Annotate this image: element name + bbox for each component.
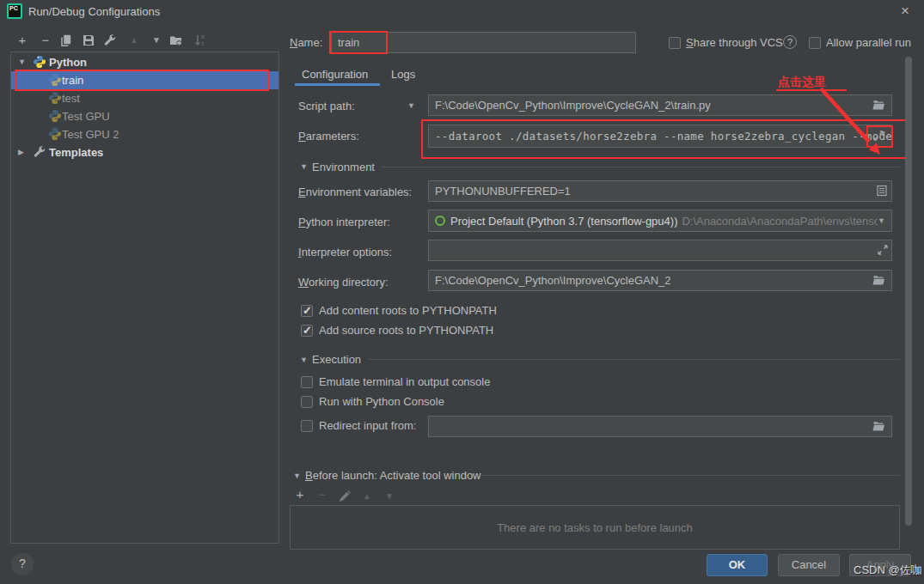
browse-folder-icon[interactable] bbox=[872, 273, 885, 287]
share-vcs-label: Share through VCS bbox=[686, 36, 783, 49]
help-button[interactable]: ? bbox=[11, 553, 34, 575]
task-move-down-icon[interactable]: ▼ bbox=[382, 489, 397, 504]
expand-triangle-icon[interactable]: ▼ bbox=[18, 58, 26, 66]
python-interpreter-label: Python interpreter: bbox=[298, 216, 390, 228]
csdn-watermark: CSDN @佐咖 bbox=[854, 563, 922, 578]
tree-group-label: Python bbox=[49, 56, 87, 69]
ok-button[interactable]: OK bbox=[707, 554, 768, 576]
script-path-label: Script path: bbox=[298, 100, 355, 113]
environment-variables-label: Environment variables: bbox=[298, 186, 412, 198]
parameters-label: Parameters: bbox=[298, 130, 359, 143]
python-logo-icon bbox=[33, 55, 46, 69]
remove-configuration-button[interactable]: − bbox=[38, 33, 53, 48]
tab-configuration[interactable]: Configuration bbox=[302, 68, 368, 81]
tab-logs[interactable]: Logs bbox=[391, 68, 415, 81]
env-vars-browse-icon[interactable] bbox=[875, 184, 889, 198]
working-directory-label: Working directory: bbox=[298, 276, 389, 289]
vertical-scrollbar[interactable] bbox=[905, 57, 912, 526]
python-file-icon bbox=[48, 73, 62, 87]
move-down-icon[interactable]: ▼ bbox=[149, 33, 164, 48]
templates-wrench-icon bbox=[33, 145, 46, 159]
pycharm-logo-icon: PC bbox=[7, 3, 22, 19]
execution-section-title: Execution bbox=[312, 353, 361, 366]
interpreter-name: Project Default (Python 3.7 (tensorflow-… bbox=[450, 215, 677, 228]
redirect-input-checkbox[interactable] bbox=[301, 420, 313, 432]
tree-item-label: train bbox=[62, 74, 83, 87]
interpreter-path: D:\Anaconda\AnacondaPath\envs\tensorf bbox=[682, 215, 878, 228]
add-configuration-button[interactable]: + bbox=[15, 33, 30, 48]
python-interpreter-combobox[interactable]: Project Default (Python 3.7 (tensorflow-… bbox=[428, 210, 892, 232]
tree-group-templates[interactable]: ▶ Templates bbox=[11, 143, 278, 161]
vcs-help-icon[interactable]: ? bbox=[783, 35, 797, 49]
add-content-roots-label: Add content roots to PYTHONPATH bbox=[319, 304, 497, 317]
edit-task-pencil-icon[interactable] bbox=[338, 490, 352, 503]
redirect-input-file-input[interactable] bbox=[428, 416, 892, 437]
svg-text:z: z bbox=[201, 40, 204, 46]
move-up-icon[interactable]: ▲ bbox=[126, 33, 142, 48]
tree-group-label: Templates bbox=[49, 146, 103, 159]
allow-parallel-run-checkbox[interactable] bbox=[809, 37, 821, 49]
run-with-console-label: Run with Python Console bbox=[319, 395, 444, 408]
tree-item-test-gpu[interactable]: Test GPU bbox=[11, 107, 278, 125]
emulate-terminal-label: Emulate terminal in output console bbox=[319, 375, 490, 388]
run-with-console-checkbox[interactable] bbox=[301, 396, 313, 408]
window-title: Run/Debug Configurations bbox=[28, 5, 160, 18]
add-source-roots-label: Add source roots to PYTHONPATH bbox=[319, 324, 493, 337]
save-configuration-icon[interactable] bbox=[82, 33, 95, 47]
tree-item-label: Test GPU bbox=[62, 110, 110, 123]
add-source-roots-checkbox[interactable] bbox=[301, 325, 313, 337]
share-vcs-checkbox[interactable] bbox=[669, 37, 681, 49]
execution-collapse-icon[interactable]: ▼ bbox=[300, 356, 308, 364]
tree-item-test[interactable]: test bbox=[11, 89, 278, 107]
emulate-terminal-checkbox[interactable] bbox=[301, 376, 313, 388]
no-tasks-message: There are no tasks to run before launch bbox=[497, 521, 693, 534]
chevron-down-icon[interactable]: ▼ bbox=[878, 216, 885, 225]
name-label: Name: bbox=[290, 36, 322, 49]
section-divider bbox=[481, 475, 900, 476]
before-launch-title: Before launch: Activate tool window bbox=[305, 469, 481, 482]
browse-folder-icon[interactable] bbox=[872, 419, 885, 433]
environment-section-title: Environment bbox=[312, 161, 375, 173]
name-input[interactable]: train bbox=[331, 32, 636, 53]
python-file-icon bbox=[48, 91, 62, 105]
active-tab-underline bbox=[295, 83, 380, 86]
before-launch-collapse-icon[interactable]: ▼ bbox=[293, 472, 301, 480]
add-task-button[interactable]: + bbox=[292, 487, 308, 502]
tree-item-test-gpu-2[interactable]: Test GPU 2 bbox=[11, 125, 278, 143]
edit-templates-wrench-icon[interactable] bbox=[103, 33, 117, 47]
annotation-arrow bbox=[812, 86, 890, 163]
section-divider bbox=[381, 167, 900, 167]
cancel-button[interactable]: Cancel bbox=[778, 554, 840, 576]
section-divider bbox=[368, 359, 900, 360]
interpreter-options-label: Interpreter options: bbox=[298, 246, 392, 259]
tree-item-label: test bbox=[62, 92, 80, 105]
tree-item-label: Test GPU 2 bbox=[62, 128, 119, 141]
conda-env-icon bbox=[435, 216, 445, 226]
remove-task-button[interactable]: − bbox=[315, 487, 330, 502]
copy-configuration-icon[interactable] bbox=[59, 33, 73, 47]
sort-configurations-icon[interactable]: az bbox=[193, 33, 207, 47]
create-folder-icon[interactable] bbox=[169, 33, 183, 47]
redirect-input-label: Redirect input from: bbox=[319, 419, 416, 432]
interpreter-options-input[interactable] bbox=[428, 240, 892, 261]
script-path-chooser-arrow-icon[interactable]: ▼ bbox=[407, 102, 415, 110]
collapsed-triangle-icon[interactable]: ▶ bbox=[18, 149, 24, 156]
working-directory-input[interactable]: F:\Code\OpenCv_Python\Improve\CycleGAN_2 bbox=[428, 270, 892, 291]
svg-text:a: a bbox=[201, 33, 205, 40]
expand-field-icon[interactable] bbox=[876, 243, 890, 257]
before-launch-tasks-panel: There are no tasks to run before launch bbox=[290, 505, 900, 550]
add-content-roots-checkbox[interactable] bbox=[301, 305, 313, 317]
allow-parallel-run-label: Allow parallel run bbox=[826, 36, 911, 49]
environment-variables-input[interactable]: PYTHONUNBUFFERED=1 bbox=[428, 180, 892, 202]
close-icon[interactable]: × bbox=[895, 2, 915, 21]
tree-item-train[interactable]: train bbox=[11, 71, 278, 89]
python-file-icon bbox=[48, 109, 62, 123]
environment-collapse-icon[interactable]: ▼ bbox=[300, 163, 308, 171]
python-file-icon bbox=[48, 127, 62, 141]
task-move-up-icon[interactable]: ▲ bbox=[359, 489, 375, 504]
tree-group-python[interactable]: ▼ Python bbox=[11, 53, 278, 71]
run-debug-configurations-dialog: PC Run/Debug Configurations × + − ▲ ▼ az… bbox=[0, 0, 924, 584]
